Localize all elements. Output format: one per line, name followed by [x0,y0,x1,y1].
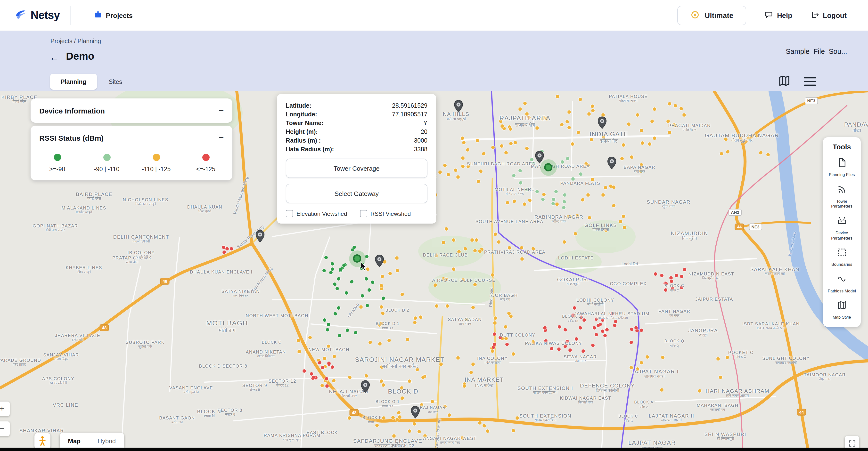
help-chat-icon [765,10,773,20]
back-button[interactable]: ← [50,52,59,63]
tower-popup-checks: Elevation ViewshedRSSI Viewshed [286,210,428,217]
tower-marker-selected[interactable] [544,163,552,171]
help-button[interactable]: Help [765,10,792,20]
tower-popup-fields: Latitude:28.59161529Longitude:77.1890551… [286,102,428,153]
layers-menu-icon[interactable] [803,76,816,88]
tower-field-row: Latitude:28.59161529 [286,102,428,109]
tower-popup-buttons: Tower CoverageSelect Gateway [286,159,428,203]
app-window: Netsy Projects Ultimate Help [0,0,868,451]
tower-field-label: Longitude: [286,111,317,118]
tab-sites[interactable]: Sites [100,74,131,90]
boundary-icon [837,247,847,259]
rssi-status-collapse-button[interactable]: − [219,133,224,143]
tools-items: Planning FilesTower ParametersDevice Par… [825,158,859,320]
rssi-dot-icon [103,154,111,161]
rssi-legend-label: -90 | -110 [94,166,120,173]
rssi-legend-label: >=-90 [49,166,65,173]
rssi-legend: >=-90-90 | -110-110 | -125<=-125 [31,150,232,181]
tower-info-popup: Latitude:28.59161529Longitude:77.1890551… [277,94,436,224]
nav-projects-label: Projects [106,11,133,19]
rssi-viewshed-checkbox[interactable]: RSSI Viewshed [360,210,411,217]
select-gateway-button[interactable]: Select Gateway [286,184,428,203]
tower-icon [837,184,847,196]
tool-item-label: Pathloss Model [828,289,856,294]
tower-field-label: Height (m): [286,129,318,135]
tool-item-label: Planning Files [829,172,855,177]
elevation-viewshed-checkbox[interactable]: Elevation Viewshed [286,210,347,217]
tool-item-file[interactable]: Planning Files [825,158,859,177]
rssi-legend-item: <=-125 [181,154,230,173]
tower-field-value: 28.59161529 [392,102,428,109]
ultimate-plan-button[interactable]: Ultimate [678,6,746,25]
briefcase-icon [94,11,102,20]
ultimate-label: Ultimate [705,11,733,20]
screen-bottom-edge [0,448,868,451]
tower-field-value: 3388 [414,146,428,153]
map-view-icon[interactable] [778,75,790,89]
rssi-legend-item: -90 | -110 [82,154,131,173]
mapstyle-icon [837,300,847,313]
tower-coverage-button[interactable]: Tower Coverage [286,159,428,178]
tower-pin[interactable] [597,116,607,131]
rssi-legend-label: -110 | -125 [142,166,171,173]
tool-item-pathloss[interactable]: Pathloss Model [825,274,859,294]
tool-item-mapstyle[interactable]: Map Style [825,300,859,320]
map-canvas[interactable]: KIRBY PLACEकिर्बी प्लेसBAIRD PLACEबेयर्ड… [0,91,868,451]
map-type-hybrid[interactable]: Hybrid [89,432,124,450]
tower-field-label: Latitude: [286,102,311,109]
tool-item-label: Map Style [833,315,851,320]
help-label: Help [777,11,792,19]
nav-item-projects[interactable]: Projects [94,11,133,20]
tab-planning[interactable]: Planning [50,74,97,90]
tower-pin[interactable] [410,406,420,421]
tower-field-row: Height (m):20 [286,129,428,135]
topbar-divider [70,6,71,25]
top-navigation-bar: Netsy Projects Ultimate Help [0,0,868,31]
tools-panel: Tools Planning FilesTower ParametersDevi… [823,137,861,327]
page-title: Demo [66,51,94,62]
tower-pin[interactable] [454,100,463,115]
logout-icon [811,10,819,20]
tower-field-label: Hata Radius (m): [286,146,334,153]
ultimate-target-icon [691,10,700,21]
device-information-title: Device Information [39,106,105,115]
project-header: Projects / Planning ← Demo Sample_File_S… [0,31,868,91]
logout-button[interactable]: Logout [811,10,847,20]
tool-item-tower[interactable]: Tower Parameters [825,184,859,209]
zoom-in-button[interactable]: + [0,401,10,416]
rssi-legend-label: <=-125 [196,166,215,173]
zoom-out-button[interactable]: − [0,421,10,436]
tower-field-value: Y [423,120,428,127]
checkbox-icon[interactable] [286,210,293,217]
device-information-collapse-button[interactable]: − [219,105,224,116]
tool-item-label: Boundaries [831,262,852,267]
map-type-map[interactable]: Map [60,432,89,450]
tower-field-row: Hata Radius (m):3388 [286,146,428,153]
tower-field-value: 77.18905517 [392,111,428,118]
file-icon [837,158,847,170]
tower-field-row: Longitude:77.18905517 [286,111,428,118]
tower-field-row: Radius (m) :3000 [286,137,428,144]
logout-label: Logout [823,11,847,19]
loaded-file-name: Sample_File_Sou... [786,47,847,55]
tower-pin[interactable] [255,230,265,245]
tool-item-boundary[interactable]: Boundaries [825,247,859,267]
tower-pin[interactable] [361,380,370,395]
rssi-dot-icon [54,154,61,161]
rssi-dot-icon [202,154,209,161]
netsy-logo[interactable]: Netsy [0,8,60,23]
street-view-pegman[interactable] [34,433,51,449]
tool-item-device[interactable]: Device Parameters [825,216,859,241]
tower-field-value: 3000 [414,137,428,144]
rssi-dot-icon [153,154,160,161]
device-information-panel: Device Information − [31,98,232,123]
pathloss-icon [837,274,847,286]
checkbox-icon[interactable] [360,210,367,217]
breadcrumb: Projects / Planning [51,38,101,44]
rssi-status-title: RSSI Status (dBm) [39,134,103,142]
tower-pin[interactable] [375,254,384,269]
tower-marker-selected[interactable] [353,254,361,263]
topbar-right: Ultimate Help Logout [678,6,868,25]
tower-pin[interactable] [607,156,617,171]
mouse-cursor [360,262,367,273]
